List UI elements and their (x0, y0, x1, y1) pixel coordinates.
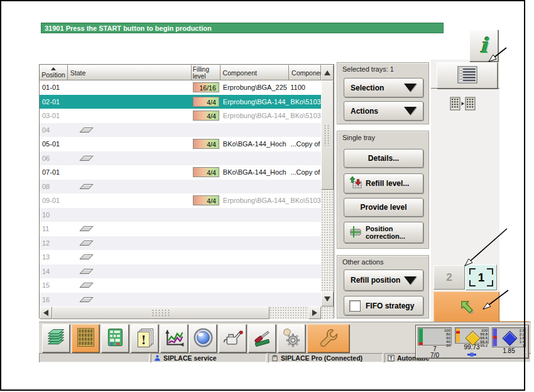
provide-level-button[interactable]: Provide level (344, 198, 423, 217)
scroll-grip-dots (151, 309, 170, 317)
cell-filling-level: 4/4 (192, 137, 221, 151)
dropdown-arrow-icon (404, 276, 417, 285)
dropdown-arrow-icon (404, 84, 417, 92)
back-button[interactable] (433, 291, 499, 322)
column-header-component[interactable]: Component (221, 65, 289, 80)
toolbar-oil-can-button[interactable] (219, 324, 246, 352)
scroll-left-button[interactable] (40, 307, 52, 319)
empty-tray-icon (79, 226, 93, 231)
tray-view-indicator[interactable] (447, 94, 479, 114)
toolbar-error-log-button[interactable]: ! (131, 324, 158, 352)
selection-corner-mark (487, 280, 493, 286)
toolbar-camera-button[interactable] (189, 324, 217, 352)
refill-level-icon (349, 176, 362, 192)
horizontal-scrollbar[interactable] (40, 307, 334, 319)
cell-position: 16 (40, 293, 68, 307)
vertical-scroll-thumb[interactable] (321, 80, 334, 190)
gauge-board-count: 1008060402077/0 (417, 327, 452, 358)
toolbar-setup-wrench-button[interactable] (307, 324, 349, 352)
cell-position: 06 (40, 151, 68, 166)
cell-component: BKo\BGA-144_Hoch (221, 137, 290, 151)
refill-position-dropdown[interactable]: Refill position (344, 270, 423, 291)
empty-tray-icon (79, 269, 93, 274)
cell-component (221, 208, 290, 222)
cell-state (68, 137, 192, 151)
selected-trays-label: Selected trays: 1 (342, 65, 394, 73)
table-row[interactable]: 03-014/4Erprobung\BGA-144_2BKo\5103 (40, 109, 321, 123)
scroll-right-button[interactable] (308, 307, 321, 319)
gauge-diamond-icon (465, 330, 480, 346)
cell-component: Erprobung\BGA-144_1 (221, 95, 290, 109)
scroll-up-button[interactable] (321, 65, 334, 80)
column-header-component-2[interactable]: Component (289, 65, 321, 80)
details-button[interactable]: Details... (344, 149, 423, 168)
table-row[interactable]: 16 (40, 293, 321, 307)
table-row[interactable]: 09-014/4Erprobung\BGA-144_3BKo\5103 (40, 193, 321, 208)
table-row[interactable]: 01-0116/16Erprobung\BGA_2251100 (40, 80, 321, 95)
table-row[interactable]: 06 (40, 151, 321, 166)
scroll-down-button[interactable] (321, 291, 334, 307)
table-row[interactable]: 12 (40, 236, 321, 251)
cell-component-2 (289, 236, 321, 251)
vertical-scrollbar[interactable] (321, 80, 334, 307)
cell-position: 14 (40, 264, 68, 279)
table-row[interactable]: 08 (40, 180, 321, 194)
page-1-button[interactable]: 1 (466, 264, 497, 290)
filling-level-badge: 4/4 (193, 97, 219, 107)
horizontal-scroll-thumb[interactable] (52, 307, 270, 319)
cell-position: 04 (40, 123, 68, 138)
cell-position: 09-01 (40, 193, 68, 208)
column-header-position[interactable]: Position (40, 65, 68, 80)
cell-component: Erprobung\BGA-144_3 (221, 193, 290, 208)
table-row[interactable]: 11 (40, 222, 321, 236)
pcb-board-icon (104, 326, 127, 351)
table-row[interactable]: 05-014/4BKo\BGA-144_Hoch...Copy of 51 (40, 137, 321, 151)
table-row[interactable]: 02-014/4Erprobung\BGA-144_1BKo\5103 (40, 95, 321, 109)
actions-dropdown[interactable]: Actions (344, 101, 423, 121)
selection-dropdown[interactable]: Selection (344, 78, 423, 97)
page-2-button[interactable]: 2 (433, 265, 465, 290)
table-row[interactable]: 10 (40, 208, 321, 222)
status-segment-siplace-service: SIPLACE service (151, 353, 266, 362)
position-correction-button[interactable]: Position correction... (344, 222, 423, 243)
gauge-cycle-time: 2.62.21.81.411.85 (491, 327, 526, 358)
cell-component-2 (289, 264, 321, 279)
column-header-filling-level[interactable]: Filling level (192, 65, 221, 80)
message-text: 31901 Press the START button to begin pr… (45, 24, 212, 32)
table-row[interactable]: 13 (40, 250, 321, 264)
fifo-strategy-toggle[interactable]: FIFO strategy (344, 296, 423, 315)
arrow-down-icon (324, 297, 330, 302)
error-log-icon: ! (133, 326, 156, 351)
cell-component-2 (289, 278, 321, 293)
filling-level-badge: 4/4 (193, 195, 219, 205)
horizontal-scroll-track[interactable] (270, 307, 308, 319)
toolbar-tray-stack-button[interactable] (42, 324, 70, 352)
table-row[interactable]: 14 (40, 264, 321, 279)
fifo-checkbox[interactable] (349, 300, 361, 312)
user-icon (154, 354, 161, 362)
cell-filling-level: 4/4 (192, 109, 221, 123)
toolbar-repair-tool-button[interactable] (248, 324, 276, 352)
toolbar-tray-grid-button[interactable] (72, 324, 99, 352)
cell-component (221, 278, 290, 293)
arrow-up-icon (324, 70, 330, 75)
cell-filling-level (192, 208, 221, 222)
cell-filling-level: 16/16 (192, 80, 221, 95)
status-segment-siplace-pro-connected-: SIPLACE Pro (Connected) (268, 353, 383, 362)
cell-state (68, 278, 192, 293)
oil-can-icon (221, 326, 244, 351)
column-header-state[interactable]: State (68, 65, 192, 80)
toolbar-statistics-button[interactable] (160, 324, 188, 352)
info-button[interactable]: i (469, 30, 498, 62)
cell-state (68, 264, 192, 279)
selection-corner-mark (487, 268, 493, 275)
cell-position: 10 (40, 208, 68, 222)
toolbar-pcb-board-button[interactable] (101, 324, 129, 352)
toolbar-manual-service-button[interactable] (278, 324, 305, 352)
table-row[interactable]: 07-014/4BKo\BGA-144_Hoch...Copy of 51 (40, 165, 321, 180)
cell-filling-level: 4/4 (192, 95, 221, 109)
list-view-button[interactable] (437, 62, 498, 89)
table-row[interactable]: 15 (40, 278, 321, 293)
refill-level-button[interactable]: Refill level... (344, 173, 423, 193)
table-row[interactable]: 04 (40, 123, 321, 138)
